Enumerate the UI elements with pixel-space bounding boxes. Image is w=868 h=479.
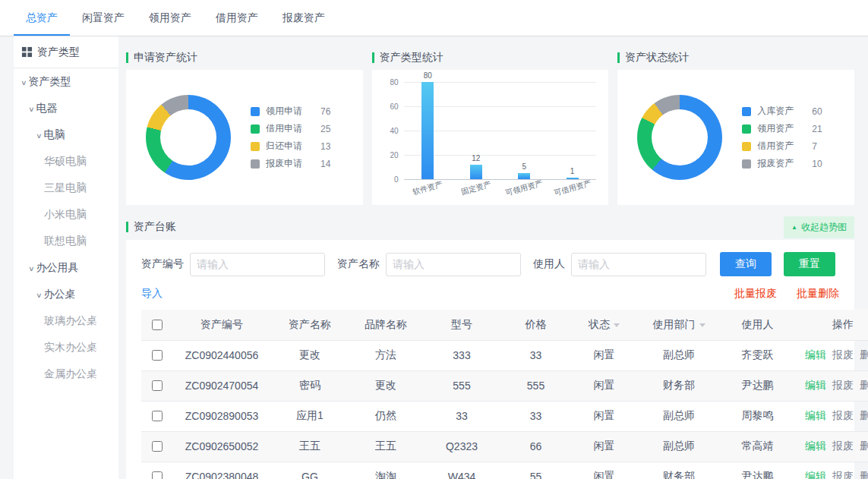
legend-label: 报废申请 (266, 157, 311, 170)
collapse-trend-button[interactable]: ▲ 收起趋势图 (784, 216, 854, 238)
scrap-link[interactable]: 报废 (832, 379, 854, 391)
legend-item[interactable]: 领用资产21 (742, 120, 822, 137)
scrap-link[interactable]: 报废 (832, 470, 854, 479)
tab-total-assets[interactable]: 总资产 (14, 0, 70, 36)
cell-name: 更改 (272, 340, 348, 370)
legend-item[interactable]: 报废申请14 (251, 155, 330, 172)
cell-actions: 编辑报废删除 (794, 462, 868, 479)
sidebar: 资产类型 ∨资产类型∨电器∨电脑华硕电脑三星电脑小米电脑联想电脑∨办公用具∨办公… (14, 36, 118, 479)
collapse-trend-label: 收起趋势图 (801, 221, 847, 234)
ledger-section: 资产台账 ▲ 收起趋势图 资产编号资产名称使用人查询重置 导入 批量报废 批量删… (126, 214, 854, 479)
delete-link[interactable]: 删除 (860, 409, 868, 421)
tree-item-10[interactable]: 实木办公桌 (14, 334, 118, 361)
row-checkbox[interactable] (152, 411, 163, 421)
user-input[interactable] (571, 253, 706, 276)
gridline (404, 179, 597, 180)
select-all-checkbox[interactable] (152, 320, 163, 330)
tree-item-2[interactable]: ∨电脑 (14, 121, 118, 148)
green-accent-bar (617, 52, 620, 63)
row-checkbox[interactable] (152, 380, 163, 391)
tree-item-11[interactable]: 金属办公桌 (14, 361, 118, 387)
asset-type-tree: ∨资产类型∨电器∨电脑华硕电脑三星电脑小米电脑联想电脑∨办公用具∨办公桌玻璃办公… (14, 68, 118, 387)
tree-item-label: 玻璃办公桌 (44, 314, 97, 326)
tree-item-label: 金属办公桌 (44, 367, 97, 380)
scrap-link[interactable]: 报废 (832, 348, 854, 361)
tab-requisition-assets[interactable]: 领用资产 (137, 0, 204, 36)
tree-item-0[interactable]: ∨资产类型 (14, 68, 118, 95)
filter-icon[interactable] (614, 323, 620, 327)
cell-brand: 淘淘 (348, 462, 424, 479)
legend-item[interactable]: 报废资产10 (742, 155, 822, 172)
tree-item-3[interactable]: 华硕电脑 (14, 148, 118, 175)
scrap-link[interactable]: 报废 (832, 409, 854, 421)
tab-borrow-assets[interactable]: 借用资产 (204, 0, 270, 36)
chart-legend: 领用申请76借用申请25归还申请13报废申请14 (251, 102, 330, 172)
cell-dept: 副总师 (636, 431, 721, 462)
scrap-link[interactable]: 报废 (832, 440, 854, 452)
legend-value: 21 (812, 124, 822, 134)
row-checkbox[interactable] (152, 441, 163, 452)
edit-link[interactable]: 编辑 (805, 409, 826, 421)
cell-model: Q2323 (424, 431, 500, 462)
legend-swatch (251, 142, 260, 151)
legend-item[interactable]: 归还申请13 (251, 137, 330, 155)
cell-actions: 编辑报废删除 (794, 431, 868, 462)
search-button[interactable]: 查询 (720, 252, 772, 276)
legend-item[interactable]: 借用资产7 (742, 137, 822, 155)
legend-item[interactable]: 领用申请76 (251, 102, 330, 120)
tree-item-8[interactable]: ∨办公桌 (14, 281, 118, 307)
caret-down-icon: ∨ (28, 256, 34, 281)
legend-item[interactable]: 入库资产60 (742, 102, 822, 120)
batch-delete-link[interactable]: 批量删除 (797, 287, 839, 301)
asset-name-input[interactable] (386, 253, 521, 276)
asset-table: 资产编号资产名称品牌名称型号价格状态使用部门使用人操作 ZC0902440056… (141, 310, 868, 479)
col-header-label: 操作 (832, 318, 854, 330)
chart-section-type-stats: 资产类型统计02040608080软件资产12固定资产5可领用资产1可借用资产 (372, 46, 609, 205)
bar-0 (421, 82, 434, 179)
tree-item-5[interactable]: 小米电脑 (14, 201, 118, 228)
col-header-code: 资产编号 (172, 310, 272, 340)
row-checkbox[interactable] (152, 350, 163, 361)
tree-item-6[interactable]: 联想电脑 (14, 228, 118, 254)
batch-scrap-link[interactable]: 批量报废 (734, 287, 777, 301)
delete-link[interactable]: 删除 (860, 470, 868, 479)
edit-link[interactable]: 编辑 (805, 379, 826, 391)
cell-status: 闲置 (572, 401, 636, 431)
edit-link[interactable]: 编辑 (805, 470, 826, 479)
delete-link[interactable]: 删除 (860, 348, 868, 361)
tree-item-1[interactable]: ∨电器 (14, 95, 118, 121)
edit-link[interactable]: 编辑 (805, 440, 826, 452)
tree-item-4[interactable]: 三星电脑 (14, 175, 118, 201)
cell-dept: 财务部 (636, 462, 721, 479)
edit-link[interactable]: 编辑 (805, 348, 826, 361)
table-row: ZC0902380048GG淘淘W43455闲置财务部尹达鹏编辑报废删除 (141, 462, 868, 479)
cell-user: 齐雯跃 (721, 340, 794, 370)
delete-link[interactable]: 删除 (860, 379, 868, 391)
caret-down-icon: ∨ (21, 70, 27, 95)
filter-icon[interactable] (699, 323, 705, 327)
tab-scrap-assets[interactable]: 报废资产 (270, 0, 337, 36)
reset-button[interactable]: 重置 (784, 252, 835, 276)
cell-model: 333 (424, 340, 500, 370)
legend-item[interactable]: 借用申请25 (251, 120, 330, 137)
legend-swatch (251, 107, 260, 116)
tab-idle-assets[interactable]: 闲置资产 (70, 0, 137, 36)
tree-item-9[interactable]: 玻璃办公桌 (14, 307, 118, 334)
import-link[interactable]: 导入 (141, 287, 163, 301)
asset-code-input[interactable] (190, 253, 325, 276)
row-checkbox[interactable] (152, 471, 163, 479)
delete-link[interactable]: 删除 (860, 440, 868, 452)
caret-down-icon: ∨ (36, 282, 42, 307)
tree-item-label: 联想电脑 (44, 235, 87, 247)
cell-brand: 方法 (348, 340, 424, 370)
main-panel: 申请资产统计领用申请76借用申请25归还申请13报废申请14资产类型统计0204… (118, 36, 868, 479)
bar-3 (567, 178, 579, 179)
ledger-card: 资产编号资产名称使用人查询重置 导入 批量报废 批量删除 资产编号资产名称品牌名… (126, 240, 854, 479)
table-row: ZC0902890053应用1仍然3333闲置副总师周黎鸣编辑报废删除 (141, 401, 868, 431)
tree-item-7[interactable]: ∨办公用具 (14, 254, 118, 281)
legend-label: 领用资产 (757, 122, 803, 135)
tree-item-label: 资产类型 (29, 75, 71, 87)
tree-item-label: 华硕电脑 (44, 155, 87, 167)
cell-brand: 更改 (348, 370, 424, 401)
chart-legend: 入库资产60领用资产21借用资产7报废资产10 (742, 102, 822, 172)
